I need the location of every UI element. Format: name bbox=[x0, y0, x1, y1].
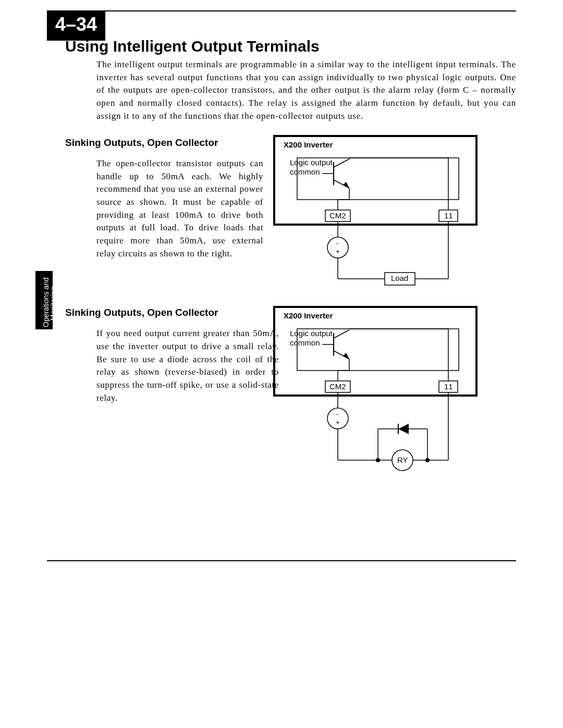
diagram-1-load: Load bbox=[391, 274, 408, 282]
diagram-1-common: common bbox=[290, 167, 320, 176]
page-title: Using Intelligent Output Terminals bbox=[65, 38, 516, 55]
intro-paragraph: The intelligent output terminals are pro… bbox=[96, 58, 516, 122]
diagram-1-plus: + bbox=[336, 248, 340, 255]
diagram-2-logic-output: Logic output bbox=[290, 329, 333, 338]
diagram-2-cm2: CM2 bbox=[329, 382, 346, 391]
section-2: Sinking Outputs, Open Collector If you n… bbox=[65, 307, 516, 404]
top-rule bbox=[47, 10, 516, 11]
section-tab: Operations and Monitoring bbox=[35, 271, 53, 329]
diagram-2-common: common bbox=[290, 338, 320, 347]
diagram-1-logic-output: Logic output bbox=[290, 158, 333, 167]
diagram-2-plus: + bbox=[336, 418, 340, 426]
bottom-rule bbox=[47, 560, 516, 561]
svg-marker-5 bbox=[343, 182, 349, 188]
diagram-2-ry: RY bbox=[397, 455, 408, 464]
section-2-body: If you need output current greater than … bbox=[96, 327, 279, 404]
svg-marker-27 bbox=[343, 353, 349, 359]
section-1: Sinking Outputs, Open Collector The open… bbox=[65, 137, 516, 260]
svg-line-3 bbox=[334, 159, 349, 167]
diagram-2: X200 Inverter Logic output common CM2 11… bbox=[271, 304, 480, 476]
diagram-2-t11: 11 bbox=[444, 382, 453, 391]
diagram-1: X200 Inverter Logic output common CM2 11… bbox=[271, 133, 480, 292]
page-number: 4–34 bbox=[47, 10, 105, 41]
diagram-1-title: X200 Inverter bbox=[284, 140, 333, 149]
svg-line-25 bbox=[334, 330, 349, 338]
main-content: Using Intelligent Output Terminals The i… bbox=[65, 38, 516, 413]
diagram-2-minus: - bbox=[336, 410, 338, 418]
page: 4–34 Operations and Monitoring Using Int… bbox=[0, 0, 563, 728]
diagram-1-cm2: CM2 bbox=[329, 211, 346, 220]
svg-marker-48 bbox=[398, 424, 409, 434]
section-tab-line2: Monitoring bbox=[49, 287, 57, 320]
diagram-1-minus: - bbox=[336, 239, 338, 247]
diagram-2-title: X200 Inverter bbox=[284, 311, 333, 320]
diagram-1-t11: 11 bbox=[444, 211, 453, 220]
section-1-body: The open-collector transistor outputs ca… bbox=[96, 157, 263, 260]
